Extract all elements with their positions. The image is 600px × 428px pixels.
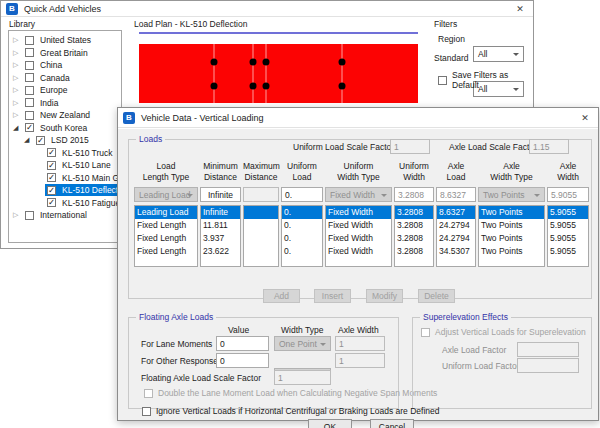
tree-item-new-zealand[interactable]: ▷ New Zealand bbox=[9, 109, 121, 122]
ignore-vertical-loads-checkbox[interactable]: Ignore Vertical Loads if Horizontal Cent… bbox=[142, 406, 440, 416]
chevron-down-icon bbox=[320, 343, 326, 346]
edit-uniform-width-input: 3.2808 bbox=[394, 187, 434, 202]
table-cell[interactable]: Two Points bbox=[479, 206, 544, 219]
table-cell[interactable]: Two Points bbox=[479, 219, 544, 232]
tree-item-kl-510-main-girder[interactable]: ✓ KL-510 Main Girder bbox=[9, 172, 121, 185]
checkbox[interactable] bbox=[25, 36, 34, 45]
table-cell[interactable]: 23.622 bbox=[201, 245, 240, 258]
save-filters-checkbox[interactable]: Save Filters as Default bbox=[438, 70, 533, 90]
tree-item-kl-510-lane[interactable]: ✓ KL-510 Lane bbox=[9, 159, 121, 172]
cancel-button[interactable]: Cancel bbox=[370, 419, 414, 428]
tree-item-china[interactable]: ▷ China bbox=[9, 59, 121, 72]
table-cell[interactable]: 5.9055 bbox=[548, 232, 588, 245]
tree-item-united-states[interactable]: ▷ United States bbox=[9, 34, 121, 47]
close-icon[interactable]: ✕ bbox=[577, 113, 593, 123]
checkbox[interactable] bbox=[25, 73, 34, 82]
axle-load-scale-input: 1.15 bbox=[529, 139, 569, 154]
table-cell[interactable]: Fixed Width bbox=[326, 232, 391, 245]
expand-icon[interactable]: ▷ bbox=[13, 48, 23, 58]
table-cell[interactable] bbox=[244, 232, 278, 245]
table-cell[interactable]: 24.2794 bbox=[437, 219, 475, 232]
table-cell[interactable]: 11.811 bbox=[201, 219, 240, 232]
tree-item-lsd-2015[interactable]: ◢ ✓ LSD 2015 bbox=[9, 134, 121, 147]
checkbox[interactable]: ✓ bbox=[47, 198, 56, 207]
table-cell[interactable]: Fixed Width bbox=[326, 206, 391, 219]
table-cell[interactable]: 0. bbox=[282, 232, 322, 245]
table-cell[interactable]: 5.9055 bbox=[548, 206, 588, 219]
table-cell[interactable]: Fixed Width bbox=[326, 245, 391, 258]
tree-item-international[interactable]: ▷ International bbox=[9, 209, 121, 222]
tree-item-canada[interactable]: ▷ Canada bbox=[9, 72, 121, 85]
table-cell[interactable]: 3.2808 bbox=[395, 219, 433, 232]
table-cell[interactable]: Two Points bbox=[479, 232, 544, 245]
other-responses-label: For Other Responses bbox=[141, 356, 222, 366]
table-cell[interactable]: Infinite bbox=[201, 206, 240, 219]
table-cell[interactable]: Two Points bbox=[479, 245, 544, 258]
title-bar[interactable]: B Quick Add Vehicles ✕ bbox=[1, 1, 533, 17]
checkbox[interactable] bbox=[25, 48, 34, 57]
expand-icon[interactable]: ▷ bbox=[13, 85, 23, 95]
table-cell[interactable]: 3.2808 bbox=[395, 232, 433, 245]
edit-minimum-distance-input[interactable]: Infinite bbox=[200, 187, 241, 202]
table-cell[interactable]: 8.6327 bbox=[437, 206, 475, 219]
close-icon[interactable]: ✕ bbox=[512, 4, 528, 14]
expand-icon[interactable]: ▷ bbox=[13, 73, 23, 83]
checkbox[interactable] bbox=[25, 61, 34, 70]
library-tree[interactable]: ▷ United States ▷ Great Britain ▷ China … bbox=[8, 30, 122, 243]
ok-button[interactable]: OK bbox=[308, 419, 352, 428]
table-cell[interactable]: Fixed Length bbox=[135, 245, 197, 258]
checkbox[interactable]: ✓ bbox=[47, 186, 56, 195]
axle-dot bbox=[211, 59, 218, 66]
tree-item-great-britain[interactable]: ▷ Great Britain bbox=[9, 47, 121, 60]
region-select[interactable]: All bbox=[473, 46, 524, 62]
table-cell[interactable]: Fixed Width bbox=[326, 219, 391, 232]
checkbox[interactable] bbox=[25, 111, 34, 120]
value-column-label: Value bbox=[228, 325, 249, 335]
checkbox[interactable]: ✓ bbox=[47, 161, 56, 170]
edit-uniform-load-input[interactable]: 0. bbox=[281, 187, 323, 202]
table-cell[interactable]: 3.937 bbox=[201, 232, 240, 245]
tree-item-kl-510-deflection[interactable]: ✓ KL-510 Deflection bbox=[9, 184, 121, 197]
table-cell[interactable]: 0. bbox=[282, 245, 322, 258]
other-responses-value-input[interactable]: 0 bbox=[216, 353, 269, 368]
collapse-icon[interactable]: ◢ bbox=[24, 135, 34, 145]
table-cell[interactable]: 24.2794 bbox=[437, 232, 475, 245]
checkbox[interactable]: ✓ bbox=[36, 136, 45, 145]
lane-moments-value-input[interactable]: 0 bbox=[216, 336, 269, 351]
table-cell[interactable] bbox=[244, 206, 278, 219]
collapse-icon[interactable]: ◢ bbox=[13, 123, 23, 133]
checkbox[interactable] bbox=[438, 76, 447, 85]
tree-item-south-korea[interactable]: ◢ ✓ South Korea bbox=[9, 122, 121, 135]
tree-item-india[interactable]: ▷ India bbox=[9, 97, 121, 110]
table-cell[interactable]: 0. bbox=[282, 219, 322, 232]
checkbox[interactable] bbox=[25, 211, 34, 220]
checkbox[interactable]: ✓ bbox=[47, 173, 56, 182]
table-cell[interactable]: 3.2808 bbox=[395, 206, 433, 219]
table-cell[interactable]: Fixed Length bbox=[135, 219, 197, 232]
table-cell[interactable]: Leading Load bbox=[135, 206, 197, 219]
table-cell[interactable]: 3.2808 bbox=[395, 245, 433, 258]
column-uniform-load: UniformLoad 0. 0. 0. 0. 0. bbox=[281, 161, 323, 267]
checkbox[interactable] bbox=[142, 407, 151, 416]
checkbox[interactable] bbox=[25, 98, 34, 107]
title-bar[interactable]: B Vehicle Data - Vertical Loading ✕ bbox=[118, 108, 598, 128]
tree-item-kl-510-truck[interactable]: ✓ KL-510 Truck bbox=[9, 147, 121, 160]
expand-icon[interactable]: ▷ bbox=[13, 210, 23, 220]
table-cell[interactable] bbox=[244, 245, 278, 258]
checkbox[interactable] bbox=[25, 86, 34, 95]
expand-icon[interactable]: ▷ bbox=[13, 110, 23, 120]
expand-icon[interactable]: ▷ bbox=[13, 35, 23, 45]
table-cell[interactable]: Fixed Length bbox=[135, 232, 197, 245]
tree-item-kl-510-fatigue[interactable]: ✓ KL-510 Fatigue bbox=[9, 197, 121, 210]
table-cell[interactable] bbox=[244, 219, 278, 232]
table-cell[interactable]: 5.9055 bbox=[548, 245, 588, 258]
expand-icon[interactable]: ▷ bbox=[13, 98, 23, 108]
checkbox[interactable]: ✓ bbox=[25, 123, 34, 132]
table-cell[interactable]: 0. bbox=[282, 206, 322, 219]
table-cell[interactable]: 5.9055 bbox=[548, 219, 588, 232]
column-axle-width: AxleWidth 5.9055 5.9055 5.9055 5.9055 5.… bbox=[547, 161, 589, 267]
checkbox[interactable]: ✓ bbox=[47, 148, 56, 157]
table-cell[interactable]: 34.5307 bbox=[437, 245, 475, 258]
expand-icon[interactable]: ▷ bbox=[13, 60, 23, 70]
tree-item-europe[interactable]: ▷ Europe bbox=[9, 84, 121, 97]
